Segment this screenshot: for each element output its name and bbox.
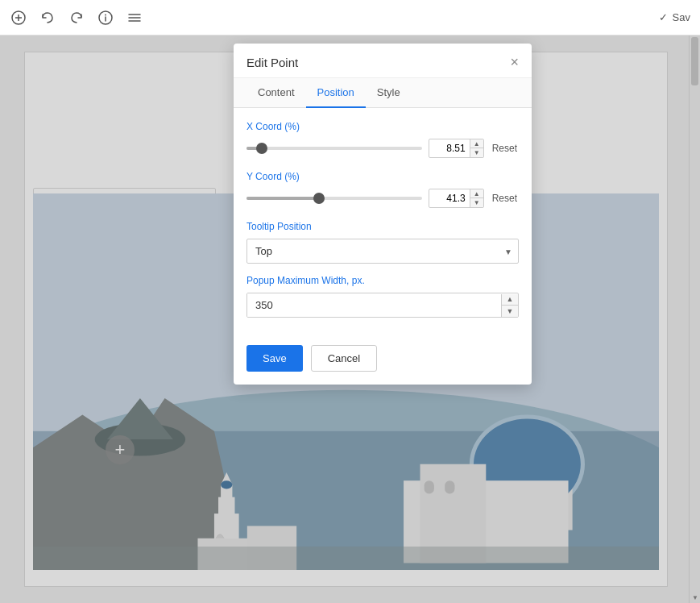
undo-icon[interactable]	[39, 9, 56, 27]
y-coord-reset-button[interactable]: Reset	[491, 193, 519, 204]
popup-width-spinner: ▲ ▼	[501, 294, 518, 317]
modal-close-button[interactable]: ×	[510, 55, 519, 69]
info-icon[interactable]	[97, 9, 114, 27]
tab-style[interactable]: Style	[366, 78, 412, 108]
x-coord-increment[interactable]: ▲	[470, 139, 483, 148]
modal-header: Edit Point ×	[234, 44, 532, 78]
x-coord-reset-button[interactable]: Reset	[491, 143, 519, 154]
x-coord-input-wrap: ▲ ▼	[429, 139, 484, 158]
modal-body: X Coord (%) ▲ ▼ Reset	[234, 108, 532, 345]
svg-point-5	[105, 14, 106, 15]
x-coord-row: ▲ ▼ Reset	[246, 139, 519, 158]
y-coord-spinner: ▲ ▼	[470, 189, 483, 207]
tooltip-position-label: Tooltip Position	[246, 221, 519, 232]
y-coord-input-wrap: ▲ ▼	[429, 189, 484, 208]
x-coord-input[interactable]	[429, 140, 470, 156]
y-coord-input[interactable]	[429, 190, 470, 206]
popup-width-decrement[interactable]: ▼	[502, 306, 518, 317]
popup-width-input[interactable]	[247, 293, 501, 317]
y-coord-label: Y Coord (%)	[246, 171, 519, 182]
popup-width-increment[interactable]: ▲	[502, 294, 518, 306]
x-coord-spinner: ▲ ▼	[470, 139, 483, 157]
y-coord-slider-thumb[interactable]	[313, 193, 325, 204]
x-coord-label: X Coord (%)	[246, 121, 519, 132]
toolbar-right: ✓ Sav	[659, 11, 690, 23]
modal-actions: Save Cancel	[234, 345, 532, 385]
y-coord-increment[interactable]: ▲	[470, 189, 483, 198]
canvas-area: Add title	[0, 35, 700, 603]
toolbar-left	[10, 9, 143, 27]
tab-position[interactable]: Position	[306, 78, 366, 108]
modal-overlay: Edit Point × Content Position Style X Co…	[0, 35, 700, 603]
y-coord-row: ▲ ▼ Reset	[246, 189, 519, 208]
add-icon[interactable]	[10, 9, 27, 27]
menu-icon[interactable]	[126, 9, 143, 27]
x-coord-slider-thumb[interactable]	[256, 143, 267, 154]
redo-icon[interactable]	[68, 9, 85, 27]
y-coord-decrement[interactable]: ▼	[470, 198, 483, 207]
y-coord-slider-track[interactable]	[246, 197, 422, 200]
tab-content[interactable]: Content	[246, 78, 306, 108]
tooltip-position-select[interactable]: Top Bottom Left Right	[246, 239, 519, 264]
x-coord-slider-track[interactable]	[246, 147, 422, 150]
y-coord-slider-fill	[246, 197, 319, 200]
save-check: ✓	[659, 11, 668, 23]
x-coord-decrement[interactable]: ▼	[470, 148, 483, 157]
edit-point-modal: Edit Point × Content Position Style X Co…	[234, 44, 532, 385]
modal-cancel-button[interactable]: Cancel	[311, 345, 377, 372]
modal-tabs: Content Position Style	[234, 78, 532, 108]
tooltip-position-dropdown-wrap: Top Bottom Left Right ▼	[246, 239, 519, 264]
modal-title: Edit Point	[246, 56, 298, 69]
modal-save-button[interactable]: Save	[246, 345, 303, 372]
save-button-top[interactable]: Sav	[673, 11, 690, 23]
top-toolbar: ✓ Sav	[0, 0, 700, 35]
popup-width-label: Popup Maximum Width, px.	[246, 275, 519, 286]
popup-width-wrap: ▲ ▼	[246, 293, 519, 318]
